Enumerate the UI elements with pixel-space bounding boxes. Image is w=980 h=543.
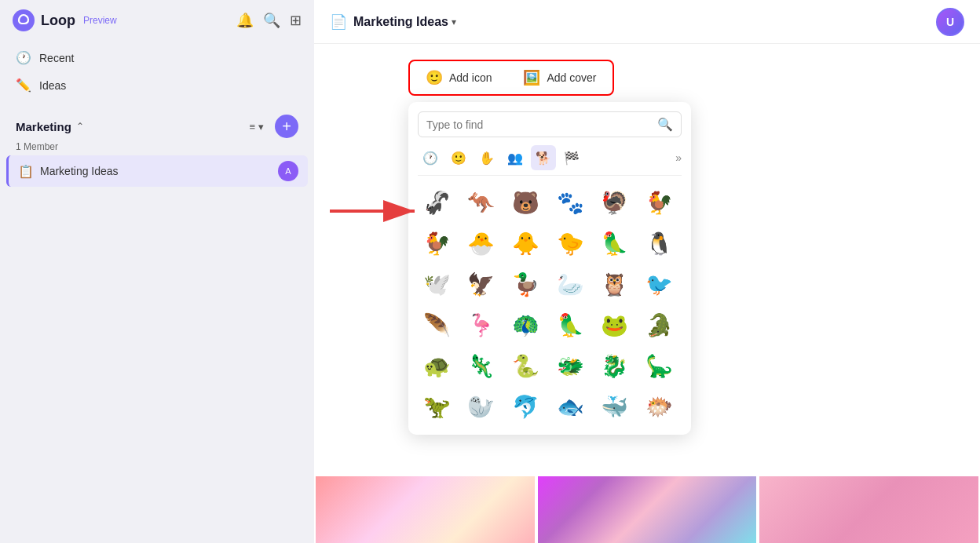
recent-icon: 🕐 xyxy=(16,50,31,65)
menu-chevron-icon: ▾ xyxy=(258,121,264,133)
header-right: U xyxy=(936,8,964,36)
add-cover-button[interactable]: 🖼️ Add cover xyxy=(507,61,612,94)
recent-label: Recent xyxy=(39,52,74,64)
category-recent[interactable]: 🕐 xyxy=(418,145,443,170)
emoji-cell[interactable]: 🦩 xyxy=(463,306,500,344)
emoji-cell[interactable]: 🐤 xyxy=(551,224,589,262)
svg-point-0 xyxy=(13,9,35,31)
emoji-cell[interactable]: 🐾 xyxy=(551,184,589,221)
emoji-cell[interactable]: 🦉 xyxy=(596,265,634,303)
emoji-cell[interactable]: 🐸 xyxy=(596,306,634,344)
emoji-cell[interactable]: 🐢 xyxy=(418,347,455,384)
category-flags[interactable]: 🏁 xyxy=(559,145,584,170)
emoji-cell[interactable]: 🐍 xyxy=(506,347,544,384)
category-animals[interactable]: 🐕 xyxy=(531,145,556,170)
cover-thumb-2[interactable] xyxy=(538,476,757,543)
emoji-cell[interactable]: 🦎 xyxy=(463,347,500,384)
doc-title: Marketing Ideas xyxy=(353,15,448,29)
ideas-icon: ✏️ xyxy=(16,78,31,93)
red-arrow-indicator xyxy=(330,197,424,225)
loop-logo-icon xyxy=(13,9,35,31)
search-icon: 🔍 xyxy=(657,117,673,132)
page-icon: 📋 xyxy=(18,164,34,179)
workspace-header: Marketing ⌃ ≡ ▾ + xyxy=(6,111,308,141)
page-label: Marketing Ideas xyxy=(40,165,272,177)
emoji-search-container: 🔍 xyxy=(418,111,682,137)
emoji-cell[interactable]: 🐣 xyxy=(463,224,500,262)
emoji-cell[interactable]: 🐉 xyxy=(596,347,634,384)
add-cover-label: Add cover xyxy=(547,71,596,84)
app-name: Loop xyxy=(41,13,75,29)
sidebar-top-icons: 🔔 🔍 ⊞ xyxy=(236,12,302,29)
workspace-title-wrap: Marketing ⌃ xyxy=(16,120,84,133)
emoji-cell[interactable]: 🦕 xyxy=(640,347,678,384)
emoji-cell[interactable]: 🦃 xyxy=(596,184,634,221)
add-icon-label: Add icon xyxy=(449,71,492,84)
emoji-cell[interactable]: 🐟 xyxy=(551,388,589,425)
emoji-cell[interactable]: 🐬 xyxy=(506,388,544,425)
sidebar: Loop Preview 🔔 🔍 ⊞ 🕐 Recent ✏️ Ideas Mar… xyxy=(0,0,314,543)
layout-icon[interactable]: ⊞ xyxy=(290,12,302,29)
page-item-marketing-ideas[interactable]: 📋 Marketing Ideas A xyxy=(6,155,308,187)
emoji-cell[interactable]: 🦜 xyxy=(551,306,589,344)
smiley-icon: 🙂 xyxy=(426,69,443,86)
add-icon-button[interactable]: 🙂 Add icon xyxy=(410,61,507,94)
cover-thumb-1[interactable] xyxy=(316,476,535,543)
workspace-add-button[interactable]: + xyxy=(275,115,298,138)
workspace-actions: ≡ ▾ + xyxy=(244,115,298,138)
emoji-cell[interactable]: 🐓 xyxy=(640,184,678,221)
main-header: 📄 Marketing Ideas ▾ U xyxy=(314,0,980,44)
workspace-members: 1 Member xyxy=(6,141,308,152)
category-smileys[interactable]: 🙂 xyxy=(446,145,471,170)
emoji-categories: 🕐 🙂 ✋ 👥 🐕 🏁 » xyxy=(418,145,682,176)
emoji-cell[interactable]: 🦢 xyxy=(551,265,589,303)
emoji-cell[interactable]: 🦖 xyxy=(418,388,455,425)
emoji-picker: 🔍 🕐 🙂 ✋ 👥 🐕 🏁 » 🦨🦘🐻🐾🦃🐓🐓🐣🐥🐤🦜🐧🕊️🦅🦆🦢🦉🐦🪶🦩🦚🦜🐸… xyxy=(408,102,691,435)
emoji-cell[interactable]: 🦭 xyxy=(463,388,500,425)
emoji-cell[interactable]: 🐲 xyxy=(551,347,589,384)
emoji-cell[interactable]: 🦘 xyxy=(463,184,500,221)
emoji-cell[interactable]: 🐡 xyxy=(640,388,678,425)
search-icon[interactable]: 🔍 xyxy=(263,12,280,29)
workspace-menu-button[interactable]: ≡ ▾ xyxy=(244,119,269,134)
categories-more-icon[interactable]: » xyxy=(675,151,682,164)
sidebar-item-ideas[interactable]: ✏️ Ideas xyxy=(6,71,308,99)
emoji-cell[interactable]: 🐥 xyxy=(506,224,544,262)
sidebar-item-recent[interactable]: 🕐 Recent xyxy=(6,44,308,71)
main-content: 🙂 Add icon 🖼️ Add cover xyxy=(314,44,980,543)
avatar: A xyxy=(278,161,298,181)
doc-icon: 📄 xyxy=(330,13,347,31)
emoji-cell[interactable]: 🪶 xyxy=(418,306,455,344)
sidebar-nav: 🕐 Recent ✏️ Ideas xyxy=(0,41,314,102)
emoji-cell[interactable]: 🐳 xyxy=(596,388,634,425)
user-avatar[interactable]: U xyxy=(936,8,964,36)
main-area: 📄 Marketing Ideas ▾ U 🙂 Add icon 🖼️ Add … xyxy=(314,0,980,543)
emoji-cell[interactable]: 🐓 xyxy=(418,224,455,262)
emoji-cell[interactable]: 🦅 xyxy=(463,265,500,303)
emoji-cell[interactable]: 🕊️ xyxy=(418,265,455,303)
doc-title-chevron-icon[interactable]: ▾ xyxy=(452,16,456,27)
emoji-cell[interactable]: 🐊 xyxy=(640,306,678,344)
emoji-grid: 🦨🦘🐻🐾🦃🐓🐓🐣🐥🐤🦜🐧🕊️🦅🦆🦢🦉🐦🪶🦩🦚🦜🐸🐊🐢🦎🐍🐲🐉🦕🦖🦭🐬🐟🐳🐡 xyxy=(418,184,682,425)
action-buttons-container: 🙂 Add icon 🖼️ Add cover xyxy=(408,60,614,96)
menu-lines-icon: ≡ xyxy=(249,121,255,133)
emoji-cell[interactable]: 🐻 xyxy=(506,184,544,221)
emoji-cell[interactable]: 🦆 xyxy=(506,265,544,303)
cover-thumb-3[interactable] xyxy=(759,476,978,543)
cover-strip xyxy=(314,476,980,543)
emoji-cell[interactable]: 🐧 xyxy=(640,224,678,262)
category-gestures[interactable]: ✋ xyxy=(474,145,499,170)
sidebar-header: Loop Preview 🔔 🔍 ⊞ xyxy=(0,0,314,41)
workspace-name: Marketing xyxy=(16,120,71,133)
category-people[interactable]: 👥 xyxy=(503,145,528,170)
sidebar-workspace-section: Marketing ⌃ ≡ ▾ + 1 Member 📋 Marketing I… xyxy=(0,111,314,187)
emoji-cell[interactable]: 🦜 xyxy=(596,224,634,262)
preview-badge: Preview xyxy=(83,15,117,26)
notification-icon[interactable]: 🔔 xyxy=(236,12,254,29)
ideas-label: Ideas xyxy=(39,79,66,92)
emoji-search-input[interactable] xyxy=(426,118,651,131)
emoji-cell[interactable]: 🐦 xyxy=(640,265,678,303)
workspace-chevron-icon: ⌃ xyxy=(76,121,84,132)
image-icon: 🖼️ xyxy=(523,69,540,86)
emoji-cell[interactable]: 🦚 xyxy=(506,306,544,344)
